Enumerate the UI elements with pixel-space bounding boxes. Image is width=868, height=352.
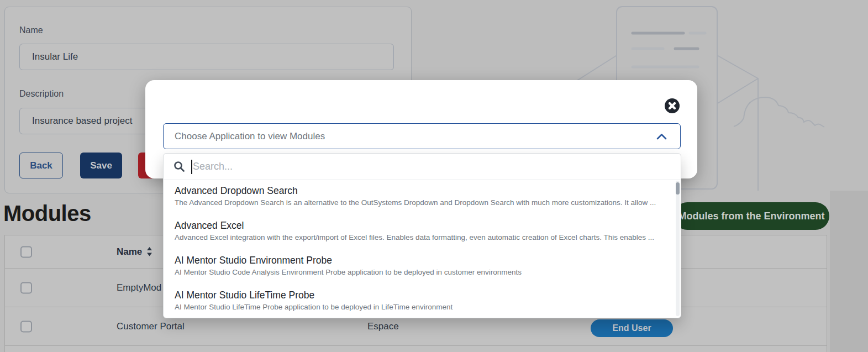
row-checkbox[interactable] bbox=[20, 282, 32, 293]
application-option[interactable]: Advanced Dropdown Search The Advanced Dr… bbox=[164, 180, 664, 215]
description-label: Description bbox=[19, 89, 64, 99]
name-column-header: Name bbox=[117, 246, 142, 258]
application-option-description: AI Mentor Studio Code Analysis Environme… bbox=[175, 267, 664, 278]
save-button[interactable]: Save bbox=[80, 153, 122, 178]
back-button[interactable]: Back bbox=[19, 153, 63, 178]
scrollbar-thumb[interactable] bbox=[676, 182, 680, 195]
description-field-value: Insurance based project bbox=[32, 115, 132, 127]
name-label: Name bbox=[19, 25, 43, 35]
application-option-description: AI Mentor Studio LifeTime Probe applicat… bbox=[175, 302, 664, 313]
modules-heading: Modules bbox=[3, 201, 91, 226]
application-option[interactable]: Advanced Excel Advanced Excel integratio… bbox=[164, 215, 664, 250]
fetch-modules-button-label: Modules from the Environment bbox=[678, 211, 824, 222]
application-option-title: AI Mentor Studio Environment Probe bbox=[175, 254, 664, 267]
application-option-title: AI Mentor Studio LifeTime Probe bbox=[175, 288, 664, 302]
row-checkbox[interactable] bbox=[20, 321, 32, 332]
application-select[interactable]: Choose Application to view Modules bbox=[163, 123, 681, 149]
sort-icon[interactable] bbox=[146, 247, 152, 256]
module-kind: Espace bbox=[367, 321, 399, 332]
module-name-link[interactable]: Customer Portal bbox=[117, 321, 185, 332]
application-select-placeholder: Choose Application to view Modules bbox=[175, 131, 325, 142]
close-button[interactable] bbox=[665, 98, 680, 113]
table-row bbox=[5, 346, 827, 352]
application-option-description: The Advanced Dropdown Search is an alter… bbox=[175, 197, 664, 208]
application-option-description: Advanced Excel integration with the expo… bbox=[175, 232, 664, 243]
chevron-up-icon bbox=[656, 133, 667, 140]
search-input[interactable] bbox=[192, 160, 647, 173]
name-field-value: Insular Life bbox=[32, 51, 78, 62]
name-field[interactable]: Insular Life bbox=[19, 44, 394, 70]
page-right-gutter bbox=[830, 191, 868, 352]
end-user-badge[interactable]: End User bbox=[591, 319, 673, 337]
fetch-modules-button[interactable]: Modules from the Environment bbox=[674, 202, 829, 230]
close-icon bbox=[669, 102, 676, 109]
text-caret bbox=[191, 160, 192, 174]
application-dropdown-panel: Advanced Dropdown Search The Advanced Dr… bbox=[163, 153, 681, 318]
search-icon bbox=[173, 161, 185, 172]
select-all-checkbox[interactable] bbox=[20, 246, 32, 258]
module-name-link[interactable]: EmptyMod bbox=[117, 282, 161, 293]
application-option-title: Advanced Dropdown Search bbox=[175, 184, 664, 197]
search-row bbox=[164, 154, 681, 180]
application-option-title: Advanced Excel bbox=[175, 219, 664, 232]
scrollbar-track[interactable] bbox=[676, 181, 680, 316]
application-option[interactable]: AI Mentor Studio LifeTime Probe AI Mento… bbox=[164, 285, 664, 319]
application-option[interactable]: AI Mentor Studio Environment Probe AI Me… bbox=[164, 250, 664, 285]
end-user-badge-label: End User bbox=[612, 323, 651, 333]
